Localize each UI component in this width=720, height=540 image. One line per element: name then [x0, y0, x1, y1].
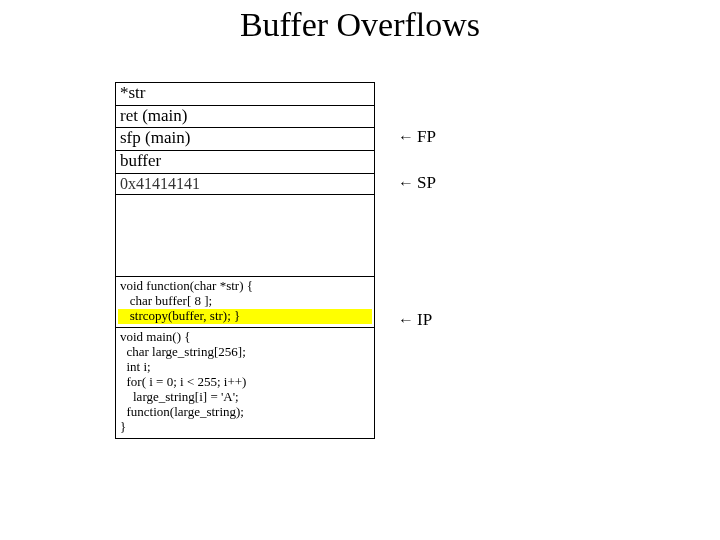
arrow-left-icon: ←	[398, 174, 414, 192]
code-block-function: void function(char *str) { char buffer[ …	[116, 277, 374, 328]
code-line: char large_string[256];	[118, 345, 372, 360]
pointer-label: IP	[417, 310, 432, 329]
code-block-main: void main() { char large_string[256]; in…	[116, 328, 374, 438]
stack-row: *str	[116, 83, 374, 106]
code-line: function(large_string);	[118, 405, 372, 420]
stack-row: buffer	[116, 151, 374, 174]
arrow-left-icon: ←	[398, 311, 414, 329]
code-line: for( i = 0; i < 255; i++)	[118, 375, 372, 390]
code-line: char buffer[ 8 ];	[118, 294, 372, 309]
code-line: large_string[i] = 'A';	[118, 390, 372, 405]
pointer-fp: ←FP	[398, 127, 436, 147]
pointer-label: FP	[417, 127, 436, 146]
stack-diagram: *str ret (main) sfp (main) buffer 0x4141…	[115, 82, 375, 439]
stack-row-address: 0x41414141	[116, 174, 374, 196]
code-line: void function(char *str) {	[118, 279, 372, 294]
pointer-sp: ←SP	[398, 173, 436, 193]
pointer-label: SP	[417, 173, 436, 192]
code-line-highlighted: strcopy(buffer, str); }	[118, 309, 372, 324]
stack-gap	[116, 195, 374, 277]
pointer-ip: ←IP	[398, 310, 432, 330]
slide-title: Buffer Overflows	[0, 6, 720, 44]
stack-row: sfp (main)	[116, 128, 374, 151]
stack-row: ret (main)	[116, 106, 374, 129]
code-line: void main() {	[118, 330, 372, 345]
code-line: }	[118, 420, 372, 435]
code-line: int i;	[118, 360, 372, 375]
arrow-left-icon: ←	[398, 128, 414, 146]
